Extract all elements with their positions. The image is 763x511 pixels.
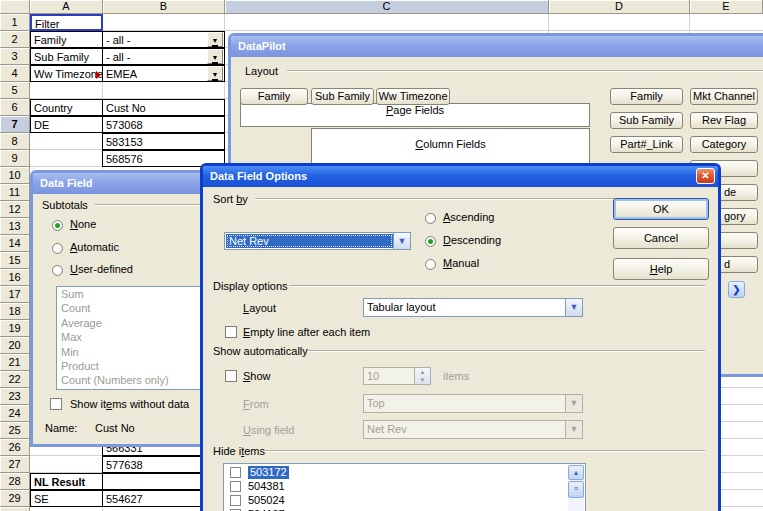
chevron-down-icon[interactable]: ▼: [565, 395, 582, 412]
row-header-9[interactable]: 9: [0, 150, 30, 167]
row-header-23[interactable]: 23: [0, 388, 30, 405]
scroll-up-icon[interactable]: ▲: [568, 465, 584, 480]
cell-a4[interactable]: Ww Timezone: [30, 65, 103, 82]
filter-dropdown-timezone[interactable]: ▼: [207, 66, 223, 81]
cell-a6[interactable]: Country: [30, 99, 103, 116]
page-field-family[interactable]: Family: [240, 88, 308, 105]
hide-item-label[interactable]: 503172: [248, 466, 289, 479]
ok-button[interactable]: OK: [613, 198, 709, 220]
field-button-mkt-channel[interactable]: Mkt Channel: [690, 88, 758, 105]
row-header-3[interactable]: 3: [0, 48, 30, 65]
show-count-spinner[interactable]: 10 ▲▼: [363, 367, 431, 385]
row-header-4[interactable]: 4: [0, 65, 30, 82]
col-header-d[interactable]: D: [549, 0, 690, 14]
row-header-19[interactable]: 19: [0, 320, 30, 337]
page-field-timezone[interactable]: Ww Timezone: [376, 88, 450, 105]
filter-dropdown-family[interactable]: ▼: [207, 32, 223, 47]
hide-item-checkbox[interactable]: [230, 495, 241, 506]
row-header-28[interactable]: 28: [0, 473, 30, 490]
more-fields-button[interactable]: ❯: [728, 281, 745, 298]
radio-manual[interactable]: [425, 259, 436, 270]
row-header-1[interactable]: 1: [0, 14, 30, 31]
cell-a3[interactable]: Sub Family: [30, 48, 103, 65]
spinner-arrows-icon[interactable]: ▲▼: [414, 368, 430, 384]
row-header-12[interactable]: 12: [0, 201, 30, 218]
radio-ascending[interactable]: [425, 213, 436, 224]
radio-none[interactable]: [52, 220, 63, 231]
row-header-14[interactable]: 14: [0, 235, 30, 252]
radio-automatic[interactable]: [52, 243, 63, 254]
cell-a1[interactable]: Filter: [30, 14, 103, 31]
col-header-a[interactable]: A: [30, 0, 103, 14]
show-checkbox[interactable]: [225, 370, 237, 382]
field-button-part-link[interactable]: Part#_Link: [610, 136, 683, 153]
col-header-b[interactable]: B: [103, 0, 225, 14]
scrollbar[interactable]: ▲ ≡: [568, 465, 584, 511]
radio-none-label[interactable]: None: [70, 218, 96, 230]
row-header-15[interactable]: 15: [0, 252, 30, 269]
row-header-27[interactable]: 27: [0, 456, 30, 473]
field-button-sub-family[interactable]: Sub Family: [610, 112, 683, 129]
radio-automatic-label[interactable]: Automatic: [70, 241, 119, 253]
empty-line-label[interactable]: Empty line after each item: [243, 326, 370, 338]
empty-line-checkbox[interactable]: [225, 326, 237, 338]
show-label[interactable]: Show: [243, 370, 271, 382]
corner-header[interactable]: [0, 0, 30, 14]
radio-manual-label[interactable]: Manual: [443, 257, 479, 269]
col-header-c[interactable]: C: [225, 0, 549, 14]
row-header-29[interactable]: 29: [0, 490, 30, 507]
using-field-dropdown[interactable]: Net Rev ▼: [363, 420, 583, 439]
cell-a7[interactable]: DE: [30, 116, 103, 133]
page-field-subfamily[interactable]: Sub Family: [311, 88, 374, 105]
hide-item-label[interactable]: 504381: [248, 480, 285, 493]
row-header-21[interactable]: 21: [0, 354, 30, 371]
cell-a28[interactable]: NL Result: [30, 473, 103, 490]
hide-items-listbox[interactable]: 503172 504381 505024 504107 ▲ ≡: [223, 463, 586, 511]
chevron-down-icon[interactable]: ▼: [565, 299, 582, 316]
show-items-checkbox[interactable]: [50, 398, 62, 410]
row-header-30[interactable]: [0, 507, 30, 511]
row-header-7[interactable]: 7: [0, 116, 30, 133]
cell-b8[interactable]: 583153: [102, 133, 225, 150]
hide-item-row[interactable]: 504381: [224, 480, 585, 494]
field-button-rev-flag[interactable]: Rev Flag: [690, 112, 758, 129]
help-button[interactable]: Help: [613, 258, 709, 280]
radio-ascending-label[interactable]: Ascending: [443, 211, 494, 223]
radio-user-defined-label[interactable]: User-defined: [70, 263, 133, 275]
radio-user-defined[interactable]: [52, 265, 63, 276]
row-header-24[interactable]: 24: [0, 405, 30, 422]
row-header-16[interactable]: 16: [0, 269, 30, 286]
scrollbar-thumb[interactable]: ≡: [568, 481, 584, 498]
cell-b7[interactable]: 573068: [102, 116, 225, 133]
layout-dropdown[interactable]: Tabular layout ▼: [363, 298, 583, 317]
hide-item-checkbox[interactable]: [230, 481, 241, 492]
field-button-family[interactable]: Family: [610, 88, 683, 105]
row-header-20[interactable]: 20: [0, 337, 30, 354]
cell-a2[interactable]: Family: [30, 31, 103, 48]
col-header-e[interactable]: E: [690, 0, 763, 14]
options-titlebar[interactable]: Data Field Options ✕: [203, 166, 718, 187]
hide-item-label[interactable]: 505024: [248, 494, 285, 507]
row-header-18[interactable]: 18: [0, 303, 30, 320]
filter-dropdown-subfamily[interactable]: ▼: [207, 49, 223, 64]
cancel-button[interactable]: Cancel: [613, 227, 709, 249]
row-header-17[interactable]: 17: [0, 286, 30, 303]
hide-item-checkbox[interactable]: [230, 467, 241, 478]
row-header-13[interactable]: 13: [0, 218, 30, 235]
radio-descending[interactable]: [425, 236, 436, 247]
hide-item-row[interactable]: 505024: [224, 494, 585, 508]
from-dropdown[interactable]: Top ▼: [363, 394, 583, 413]
chevron-down-icon[interactable]: ▼: [565, 421, 582, 438]
show-items-label[interactable]: Show items without data: [70, 398, 189, 410]
cell-b6[interactable]: Cust No: [102, 99, 225, 116]
row-header-10[interactable]: 10: [0, 167, 30, 184]
hide-item-row[interactable]: 503172: [224, 466, 585, 480]
row-header-25[interactable]: 25: [0, 422, 30, 439]
radio-descending-label[interactable]: Descending: [443, 234, 501, 246]
cell-a29[interactable]: SE: [30, 490, 103, 507]
row-header-22[interactable]: 22: [0, 371, 30, 388]
row-header-2[interactable]: 2: [0, 31, 30, 48]
row-header-6[interactable]: 6: [0, 99, 30, 116]
row-header-8[interactable]: 8: [0, 133, 30, 150]
datapilot-titlebar[interactable]: DataPilot: [231, 36, 763, 57]
